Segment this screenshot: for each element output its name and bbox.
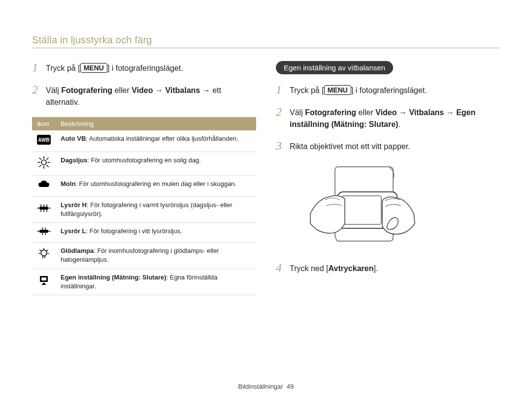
step-text: Tryck ned [Avtryckaren]. [290,261,500,275]
awb-icon: AWB [32,130,56,152]
left-column: 1 Tryck på [MENU] i fotograferingsläget.… [32,61,256,295]
step-number: 2 [276,105,285,130]
bulb-icon [32,243,56,269]
svg-rect-36 [41,278,46,280]
svg-line-32 [47,250,48,251]
menu-button-label: MENU [324,85,351,95]
text: eller [112,86,132,94]
table-desc: Lysrör H: För fotografering i varmt lysr… [56,196,256,222]
step-text: Välj Fotografering eller Video → Vitbala… [290,105,500,130]
table-row: Lysrör H: För fotografering i varmt lysr… [32,196,256,222]
flL-icon [32,222,56,242]
step-number: 4 [276,261,285,275]
desc-text: : Automatiska inställningar efter olika … [86,135,238,142]
bold-text: Video [132,86,153,94]
step-number: 1 [32,61,41,74]
text: Tryck på [ [46,64,80,72]
table-row: Dagsljus: För utomhusfotografering en so… [32,152,256,176]
text: ] i fotograferingsläget. [351,86,427,94]
footer-page-number: 49 [287,383,294,390]
table-row: AWBAuto VB: Automatiska inställningar ef… [32,130,256,152]
bold-text: Vitbalans [165,86,200,94]
desc-title: Moln [61,180,75,187]
bold-text: Video [375,108,397,117]
step-text: Tryck på [MENU] i fotograferingsläget. [290,83,500,96]
text: . [398,120,400,128]
step-number: 1 [276,83,285,96]
step-number: 3 [276,139,285,153]
svg-line-10 [39,165,41,167]
text: eller [356,108,375,117]
table-head-desc: Beskrivning [56,117,256,130]
desc-title: Lysrör L [61,227,86,235]
desc-text: : För utomhusfotografering en solig dag. [87,156,201,164]
text: Tryck ned [ [290,264,329,273]
desc-title: Auto VB [61,135,86,142]
text: Välj [46,86,61,94]
page-footer: Bildinställningar 49 [0,383,532,390]
svg-text:AWB: AWB [38,137,49,143]
table-desc: Moln: För utomhusfotografering en mulen … [56,176,256,196]
right-column: Egen inställning av vitbalansen 1 Tryck … [276,61,500,295]
table-row: Glödlampa: För inomhusfotografering i gl… [32,243,256,269]
right-step-1: 1 Tryck på [MENU] i fotograferingsläget. [276,83,500,96]
custom-icon [32,269,56,295]
bold-text: Avtryckaren [329,264,374,273]
svg-point-2 [41,160,46,165]
svg-point-27 [41,250,47,256]
table-head-icon: Ikon [32,117,56,130]
bold-text: Fotografering [305,108,356,117]
desc-text: : För fotografering i varmt lysrörsljus … [61,201,232,217]
subsection-pill: Egen inställning av vitbalansen [276,61,393,74]
left-step-1: 1 Tryck på [MENU] i fotograferingsläget. [32,61,256,74]
arrow: → [444,108,456,117]
svg-rect-20 [39,230,48,233]
menu-button-label: MENU [80,63,107,73]
sun-icon [32,152,56,176]
svg-line-31 [40,250,41,251]
flH-icon [32,196,56,222]
step-text: Tryck på [MENU] i fotograferingsläget. [46,61,256,74]
desc-title: Lysrör H [61,201,87,209]
arrow: → [153,86,166,94]
svg-line-8 [47,165,48,167]
step-number: 2 [32,83,41,108]
page-title: Ställa in ljusstyrka och färg [32,34,500,48]
arrow: → [397,108,409,117]
bold-text: Vitbalans [409,108,444,117]
right-step-2: 2 Välj Fotografering eller Video → Vitba… [276,105,500,130]
svg-line-9 [47,158,48,159]
cloud-icon [32,176,56,196]
bold-text: Fotografering [61,86,112,94]
text: Tryck på [ [290,86,324,94]
table-desc: Lysrör L: För fotografering i vitt lysrö… [56,222,256,242]
desc-title: Dagsljus [61,156,87,164]
text: Välj [290,108,305,117]
right-step-3: 3 Rikta objektivet mot ett vitt papper. [276,139,500,153]
step-text: Välj Fotografering eller Video → Vitbala… [46,83,256,108]
text: ]. [373,264,378,273]
right-step-4: 4 Tryck ned [Avtryckaren]. [276,261,500,275]
svg-line-7 [39,158,41,159]
table-row: Moln: För utomhusfotografering en mulen … [32,176,256,196]
table-desc: Dagsljus: För utomhusfotografering en so… [56,152,256,176]
white-balance-table: Ikon Beskrivning AWBAuto VB: Automatiska… [32,117,256,295]
table-desc: Auto VB: Automatiska inställningar efter… [56,130,256,152]
table-row: Lysrör L: För fotografering i vitt lysrö… [32,222,256,242]
illustration-camera-paper [291,164,433,250]
step-text: Rikta objektivet mot ett vitt papper. [290,139,500,153]
table-row: Egen inställning (Mätning: Slutare): Egn… [32,269,256,295]
svg-rect-38 [342,196,381,224]
svg-rect-11 [39,207,48,210]
desc-title: Egen inställning (Mätning: Slutare) [61,274,166,281]
desc-text: : För utomhusfotografering en mulen dag … [75,180,236,187]
desc-title: Glödlampa [61,247,94,254]
footer-label: Bildinställningar [238,383,283,390]
table-desc: Glödlampa: För inomhusfotografering i gl… [56,243,256,269]
text: ] i fotograferingsläget. [107,64,183,72]
left-step-2: 2 Välj Fotografering eller Video → Vitba… [32,83,256,108]
table-desc: Egen inställning (Mätning: Slutare): Egn… [56,269,256,295]
desc-text: : För fotografering i vitt lysrörsljus. [86,227,182,235]
